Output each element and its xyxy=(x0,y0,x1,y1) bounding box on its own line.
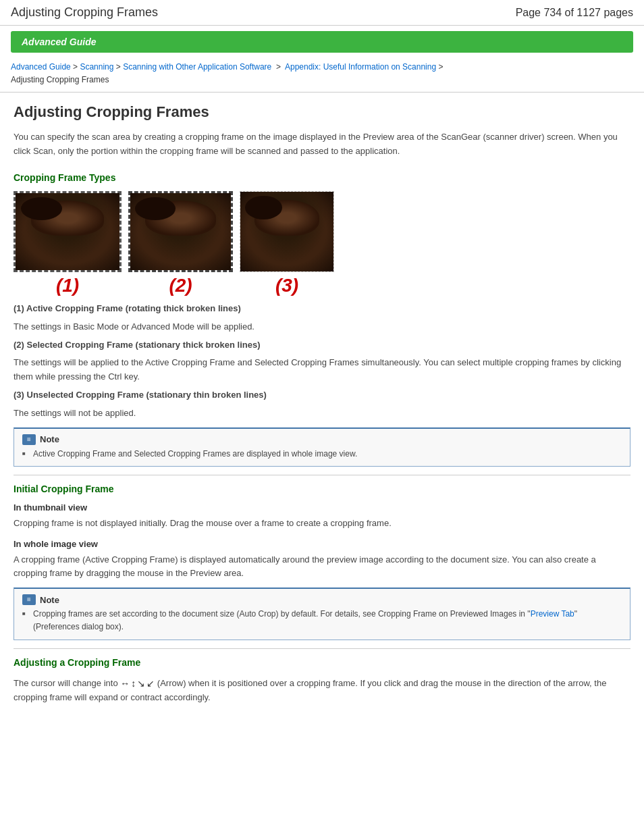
section-initial-cropping-frame: Initial Cropping Frame In thumbnail view… xyxy=(14,484,630,640)
divider-2 xyxy=(14,648,630,649)
section-adjusting: Adjusting a Cropping Frame The cursor wi… xyxy=(14,657,630,705)
page-title-header: Adjusting Cropping Frames xyxy=(11,5,158,20)
breadcrumb-current: Adjusting Cropping Frames xyxy=(11,75,109,84)
arrow-2: ↕ xyxy=(131,676,136,691)
main-page-title: Adjusting Cropping Frames xyxy=(14,103,630,121)
frame-3-detail: The settings will not be applied. xyxy=(14,407,630,421)
breadcrumb-advanced-guide[interactable]: Advanced Guide xyxy=(11,62,71,72)
frame-1-label: (1) Active Cropping Frame (rotating thic… xyxy=(14,302,630,316)
dog-image-2 xyxy=(130,193,231,270)
frame-1-image xyxy=(14,191,122,272)
note-label-1: Note xyxy=(40,434,59,444)
top-bar: Adjusting Cropping Frames Page 734 of 11… xyxy=(0,0,644,26)
frame-3-label: (3) Unselected Cropping Frame (stationar… xyxy=(14,388,630,402)
frame-1-number: (1) xyxy=(56,275,79,296)
note-item-2: Cropping frames are set according to the… xyxy=(22,608,622,633)
cursor-arrows: ↔ ↕ ↘ ↙ xyxy=(120,676,155,691)
note-box-2: ≡ Note Cropping frames are set according… xyxy=(14,588,630,640)
note-icon-2: ≡ xyxy=(22,594,36,605)
note-box-1: ≡ Note Active Cropping Frame and Selecte… xyxy=(14,427,630,467)
thumbnail-text: Cropping frame is not displayed initiall… xyxy=(14,517,630,531)
frame-1-detail: The settings in Basic Mode or Advanced M… xyxy=(14,320,630,334)
arrow-1: ↔ xyxy=(120,676,130,691)
note-item-1: Active Cropping Frame and Selected Cropp… xyxy=(22,448,622,461)
frame-2-image xyxy=(128,191,233,272)
frame-1-container: (1) xyxy=(14,191,122,296)
section-cropping-frame-types: Cropping Frame Types (1) (2) xyxy=(14,172,630,467)
frame-2-number: (2) xyxy=(169,275,192,296)
arrow-3: ↘ xyxy=(137,676,145,691)
frame-3-image xyxy=(240,191,334,272)
breadcrumb-scanning-other[interactable]: Scanning with Other Application Software xyxy=(123,62,271,72)
adjusting-text: The cursor will change into ↔ ↕ ↘ ↙ (Arr… xyxy=(14,676,630,705)
intro-paragraph: You can specify the scan area by creatin… xyxy=(14,130,630,159)
section-heading-initial: Initial Cropping Frame xyxy=(14,484,630,494)
main-content: Adjusting Cropping Frames You can specif… xyxy=(0,93,644,721)
note-label-2: Note xyxy=(40,595,59,605)
frame-2-label: (2) Selected Cropping Frame (stationary … xyxy=(14,338,630,353)
sub-heading-thumbnail: In thumbnail view xyxy=(14,502,630,513)
banner-text: Advanced Guide xyxy=(22,36,96,47)
whole-image-text: A cropping frame (Active Cropping Frame)… xyxy=(14,553,630,581)
note-icon-1: ≡ xyxy=(22,434,36,445)
frame-2-container: (2) xyxy=(128,191,233,296)
frame-descriptions: (1) Active Cropping Frame (rotating thic… xyxy=(14,302,630,421)
dog-image-1 xyxy=(16,193,119,270)
sub-heading-whole-image: In whole image view xyxy=(14,539,630,549)
section-heading-types: Cropping Frame Types xyxy=(14,172,630,183)
frame-3-container: (3) xyxy=(240,191,334,296)
breadcrumb-appendix[interactable]: Appendix: Useful Information on Scanning xyxy=(285,62,436,72)
note-header-2: ≡ Note xyxy=(22,594,622,605)
page-info: Page 734 of 1127 pages xyxy=(516,7,633,19)
section-heading-adjusting: Adjusting a Cropping Frame xyxy=(14,657,630,668)
frame-3-number: (3) xyxy=(275,275,298,296)
breadcrumb-scanning[interactable]: Scanning xyxy=(80,62,113,72)
frame-2-detail: The settings will be applied to the Acti… xyxy=(14,356,630,384)
note-header-1: ≡ Note xyxy=(22,434,622,445)
arrow-4: ↙ xyxy=(146,676,155,691)
breadcrumb: Advanced Guide > Scanning > Scanning wit… xyxy=(0,58,644,93)
preview-tab-link[interactable]: Preview Tab xyxy=(531,609,574,619)
cropping-images-row: (1) (2) (3) xyxy=(14,191,630,296)
advanced-guide-banner: Advanced Guide xyxy=(11,31,633,53)
divider-1 xyxy=(14,475,630,475)
dog-image-3 xyxy=(240,192,333,271)
